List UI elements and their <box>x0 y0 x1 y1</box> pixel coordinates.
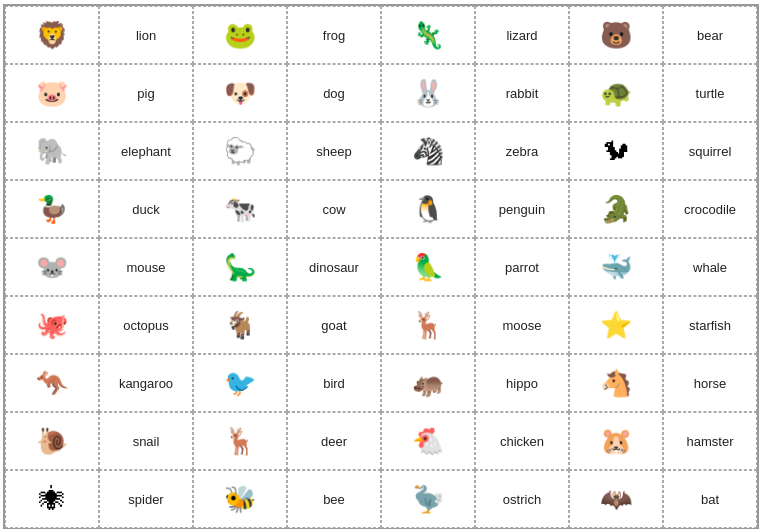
crocodile-label: crocodile <box>684 202 736 217</box>
icon-cell-octopus: 🐙 <box>5 296 99 354</box>
icon-cell-parrot: 🦜 <box>381 238 475 296</box>
goat-label: goat <box>321 318 346 333</box>
icon-cell-rabbit: 🐰 <box>381 64 475 122</box>
label-cell-starfish: starfish <box>663 296 757 354</box>
icon-cell-crocodile: 🐊 <box>569 180 663 238</box>
label-cell-chicken: chicken <box>475 412 569 470</box>
penguin-label: penguin <box>499 202 545 217</box>
parrot-icon: 🦜 <box>412 253 444 282</box>
starfish-label: starfish <box>689 318 731 333</box>
icon-cell-dog: 🐶 <box>193 64 287 122</box>
snail-icon: 🐌 <box>36 427 68 456</box>
bat-icon: 🦇 <box>600 485 632 514</box>
icon-cell-dinosaur: 🦕 <box>193 238 287 296</box>
label-cell-spider: spider <box>99 470 193 528</box>
icon-cell-spider: 🕷 <box>5 470 99 528</box>
penguin-icon: 🐧 <box>412 195 444 224</box>
label-cell-goat: goat <box>287 296 381 354</box>
icon-cell-moose: 🦌 <box>381 296 475 354</box>
icon-cell-duck: 🦆 <box>5 180 99 238</box>
hippo-icon: 🦛 <box>412 369 444 398</box>
icon-cell-pig: 🐷 <box>5 64 99 122</box>
icon-cell-frog: 🐸 <box>193 6 287 64</box>
mouse-label: mouse <box>126 260 165 275</box>
label-cell-bird: bird <box>287 354 381 412</box>
icon-cell-bear: 🐻 <box>569 6 663 64</box>
elephant-label: elephant <box>121 144 171 159</box>
moose-label: moose <box>502 318 541 333</box>
lion-icon: 🦁 <box>36 21 68 50</box>
label-cell-deer: deer <box>287 412 381 470</box>
icon-cell-mouse: 🐭 <box>5 238 99 296</box>
bee-icon: 🐝 <box>224 485 256 514</box>
dog-icon: 🐶 <box>224 79 256 108</box>
icon-cell-starfish: ⭐ <box>569 296 663 354</box>
label-cell-squirrel: squirrel <box>663 122 757 180</box>
kangaroo-icon: 🦘 <box>36 369 68 398</box>
label-cell-elephant: elephant <box>99 122 193 180</box>
label-cell-pig: pig <box>99 64 193 122</box>
sheep-label: sheep <box>316 144 351 159</box>
cow-label: cow <box>322 202 345 217</box>
label-cell-dinosaur: dinosaur <box>287 238 381 296</box>
icon-cell-sheep: 🐑 <box>193 122 287 180</box>
label-cell-crocodile: crocodile <box>663 180 757 238</box>
duck-label: duck <box>132 202 159 217</box>
chicken-label: chicken <box>500 434 544 449</box>
lizard-label: lizard <box>506 28 537 43</box>
icon-cell-hamster: 🐹 <box>569 412 663 470</box>
octopus-icon: 🐙 <box>36 311 68 340</box>
parrot-label: parrot <box>505 260 539 275</box>
lion-label: lion <box>136 28 156 43</box>
turtle-label: turtle <box>696 86 725 101</box>
octopus-label: octopus <box>123 318 169 333</box>
bee-label: bee <box>323 492 345 507</box>
label-cell-zebra: zebra <box>475 122 569 180</box>
squirrel-icon: 🐿 <box>603 137 629 166</box>
dinosaur-icon: 🦕 <box>224 253 256 282</box>
label-cell-whale: whale <box>663 238 757 296</box>
label-cell-octopus: octopus <box>99 296 193 354</box>
sheep-icon: 🐑 <box>224 137 256 166</box>
icon-cell-horse: 🐴 <box>569 354 663 412</box>
bat-label: bat <box>701 492 719 507</box>
frog-icon: 🐸 <box>224 21 256 50</box>
label-cell-parrot: parrot <box>475 238 569 296</box>
snail-label: snail <box>133 434 160 449</box>
whale-label: whale <box>693 260 727 275</box>
pig-icon: 🐷 <box>36 79 68 108</box>
goat-icon: 🐐 <box>224 311 256 340</box>
label-cell-kangaroo: kangaroo <box>99 354 193 412</box>
horse-label: horse <box>694 376 727 391</box>
label-cell-rabbit: rabbit <box>475 64 569 122</box>
label-cell-sheep: sheep <box>287 122 381 180</box>
cow-icon: 🐄 <box>224 195 256 224</box>
lizard-icon: 🦎 <box>412 21 444 50</box>
rabbit-icon: 🐰 <box>412 79 444 108</box>
ostrich-label: ostrich <box>503 492 541 507</box>
turtle-icon: 🐢 <box>600 79 632 108</box>
bear-icon: 🐻 <box>600 21 632 50</box>
whale-icon: 🐳 <box>600 253 632 282</box>
bird-icon: 🐦 <box>224 369 256 398</box>
label-cell-moose: moose <box>475 296 569 354</box>
icon-cell-lizard: 🦎 <box>381 6 475 64</box>
crocodile-icon: 🐊 <box>600 195 632 224</box>
label-cell-penguin: penguin <box>475 180 569 238</box>
pig-label: pig <box>137 86 154 101</box>
zebra-label: zebra <box>506 144 539 159</box>
ostrich-icon: 🦤 <box>412 485 444 514</box>
icon-cell-whale: 🐳 <box>569 238 663 296</box>
squirrel-label: squirrel <box>689 144 732 159</box>
icon-cell-zebra: 🦓 <box>381 122 475 180</box>
label-cell-hamster: hamster <box>663 412 757 470</box>
icon-cell-bird: 🐦 <box>193 354 287 412</box>
icon-cell-kangaroo: 🦘 <box>5 354 99 412</box>
label-cell-lion: lion <box>99 6 193 64</box>
label-cell-bear: bear <box>663 6 757 64</box>
label-cell-bat: bat <box>663 470 757 528</box>
icon-cell-lion: 🦁 <box>5 6 99 64</box>
label-cell-bee: bee <box>287 470 381 528</box>
icon-cell-squirrel: 🐿 <box>569 122 663 180</box>
icon-cell-deer: 🦌 <box>193 412 287 470</box>
